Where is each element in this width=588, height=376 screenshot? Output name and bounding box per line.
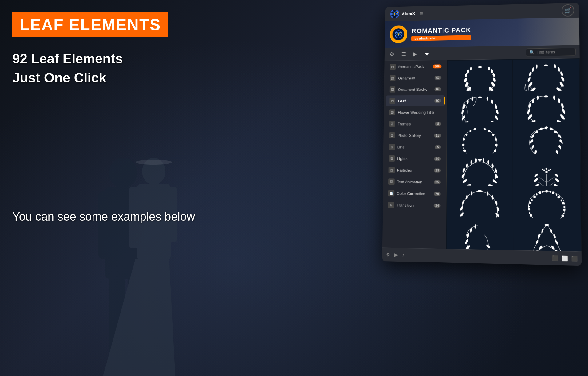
- banner-logo-inner: [392, 28, 404, 40]
- sidebar-item-lights[interactable]: 🖼 Lights 20: [385, 153, 444, 164]
- bottom-zoom-icon[interactable]: ⬛: [552, 255, 558, 261]
- svg-point-59: [471, 97, 473, 101]
- svg-line-129: [546, 177, 555, 182]
- subtitle-text: 92 Leaf Elements Just One Click: [12, 49, 221, 87]
- svg-point-52: [544, 65, 548, 66]
- sidebar-item-romantic-pack[interactable]: 🎞 Romantic Pack 500: [386, 61, 445, 72]
- sidebar-badge-ornament-stroke: 67: [434, 87, 441, 91]
- grid-cell-11[interactable]: [447, 217, 513, 251]
- svg-point-26: [464, 78, 467, 82]
- svg-point-185: [466, 233, 469, 238]
- leaf-icon-11: [451, 221, 508, 252]
- bottom-fullscreen-icon[interactable]: ⬜: [562, 255, 568, 262]
- sidebar-item-line[interactable]: 🖼 Line 5: [385, 142, 445, 153]
- svg-point-166: [545, 190, 548, 193]
- sidebar-label-line: Line: [397, 145, 433, 149]
- svg-point-43: [532, 67, 534, 72]
- sidebar-item-transition[interactable]: 🖼 Transition 34: [384, 199, 444, 211]
- svg-point-71: [526, 108, 531, 114]
- toolbar-star-btn[interactable]: ★: [423, 49, 431, 58]
- sidebar-label-ornament-stroke: Ornament Stroke: [398, 87, 432, 92]
- svg-point-44: [536, 64, 538, 69]
- subtitle-line2: Just One Click: [12, 70, 106, 85]
- sidebar-badge-romantic: 500: [433, 64, 441, 68]
- svg-point-36: [488, 67, 490, 70]
- svg-point-48: [560, 76, 565, 82]
- svg-point-141: [462, 200, 465, 205]
- svg-point-135: [542, 169, 543, 170]
- svg-point-82: [544, 95, 548, 97]
- svg-point-130: [554, 173, 559, 178]
- svg-point-108: [470, 160, 472, 164]
- svg-point-151: [478, 190, 482, 192]
- svg-point-77: [559, 114, 566, 120]
- sidebar-badge-line: 5: [435, 145, 441, 149]
- sidebar-item-photo-gallery[interactable]: 🖼 Photo Gallery 15: [385, 130, 445, 141]
- sidebar-icon-photo-gallery: 🖼: [389, 132, 395, 138]
- search-box[interactable]: 🔍 Find items: [526, 48, 576, 56]
- svg-point-87: [463, 138, 465, 141]
- banner-title: ROMANTIC PACK: [411, 26, 471, 35]
- svg-point-100: [545, 127, 546, 128]
- subtitle-line1: 92 Leaf Elements: [12, 51, 123, 66]
- svg-point-202: [553, 234, 556, 239]
- title-badge: LEAF ELEMENTS: [12, 12, 168, 37]
- bottom-left-controls: ⚙ ▶ ♪: [386, 252, 404, 258]
- svg-point-162: [533, 196, 536, 198]
- toolbar-list-btn[interactable]: ☰: [400, 50, 407, 58]
- cart-button[interactable]: 🛒: [562, 4, 574, 17]
- svg-point-122: [533, 178, 538, 183]
- bottom-settings-icon[interactable]: ⚙: [386, 252, 390, 258]
- svg-point-107: [466, 163, 468, 168]
- svg-point-172: [563, 213, 564, 214]
- sidebar-item-ornament[interactable]: 🖼 Ornament 63: [386, 72, 445, 84]
- svg-point-201: [554, 240, 558, 245]
- sidebar-label-text-animation: Text Animation: [397, 179, 431, 184]
- svg-point-112: [487, 160, 489, 164]
- sidebar-item-flower-wedding[interactable]: 🖼 Flower Wedding Title: [386, 107, 445, 118]
- svg-point-180: [550, 191, 551, 193]
- svg-point-95: [495, 138, 497, 141]
- leaf-grid: [446, 58, 582, 251]
- svg-point-81: [553, 95, 555, 100]
- sidebar-badge-transition: 34: [434, 203, 441, 207]
- svg-line-123: [538, 177, 546, 182]
- toolbar-filters-btn[interactable]: ⚙: [388, 50, 395, 58]
- bottom-music-icon[interactable]: ♪: [402, 252, 404, 258]
- svg-point-140: [459, 206, 463, 211]
- sidebar-item-particles[interactable]: 🖼 Particles 29: [385, 165, 445, 176]
- search-icon: 🔍: [529, 50, 534, 55]
- hamburger-icon[interactable]: ≡: [420, 10, 423, 16]
- svg-point-165: [542, 191, 543, 193]
- sidebar-label-frames: Frames: [397, 122, 432, 126]
- banner-logo-svg: [394, 30, 403, 39]
- svg-point-65: [491, 100, 493, 104]
- sidebar-icon-leaf: 🖼: [389, 98, 395, 104]
- sidebar-icon-line: 🖼: [389, 144, 395, 150]
- svg-point-195: [538, 234, 541, 238]
- toolbar-play-btn[interactable]: ▶: [412, 49, 419, 58]
- grid-cell-12[interactable]: [513, 218, 581, 251]
- svg-point-124: [534, 173, 539, 178]
- sidebar-badge-leaf: 92: [434, 99, 441, 103]
- svg-point-88: [465, 134, 467, 136]
- sidebar-item-frames[interactable]: 🖼 Frames 8: [386, 118, 445, 129]
- svg-point-110: [478, 159, 482, 161]
- sidebar-item-ornament-stroke[interactable]: 🖼 Ornament Stroke 67: [386, 84, 445, 95]
- banner-subtitle: by ahadarabic: [411, 35, 471, 41]
- sidebar-item-color-correction[interactable]: 📄 Color Correction 70: [385, 188, 444, 199]
- sidebar-label-leaf: Leaf: [398, 98, 432, 103]
- app-name: AtomX: [402, 11, 415, 16]
- bottom-expand-icon[interactable]: ⬛: [571, 255, 578, 262]
- main-content: 🎞 Romantic Pack 500 🖼 Ornament 63 🖼 Orna…: [382, 58, 582, 251]
- sidebar-item-text-animation[interactable]: 🖼 Text Animation 25: [385, 176, 444, 188]
- bottom-play-icon[interactable]: ▶: [394, 252, 398, 258]
- svg-point-156: [530, 214, 532, 217]
- svg-point-164: [539, 191, 541, 194]
- active-indicator: [444, 97, 445, 105]
- svg-point-115: [494, 174, 499, 179]
- bottom-right-controls: ⬛ ⬜ ⬛: [552, 255, 578, 262]
- svg-point-197: [545, 224, 549, 226]
- sidebar-item-leaf[interactable]: 🖼 Leaf 92: [386, 95, 445, 106]
- svg-point-179: [552, 191, 554, 194]
